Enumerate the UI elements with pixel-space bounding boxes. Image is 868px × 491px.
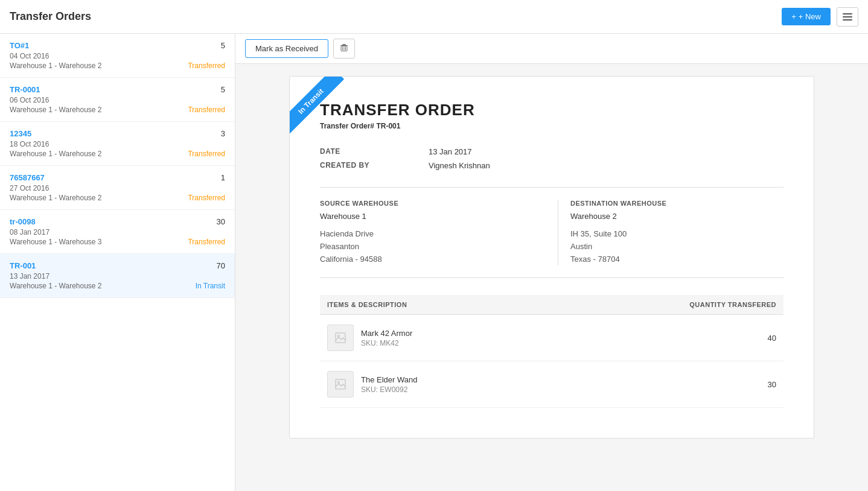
list-item-count: 3	[221, 129, 225, 138]
list-item-count: 70	[217, 261, 225, 270]
destination-address-line3: Texas - 78704	[570, 253, 783, 266]
source-address-line3: California - 94588	[320, 253, 534, 266]
list-item-count: 1	[221, 173, 225, 182]
source-address-line2: Pleasanton	[320, 241, 534, 253]
list-item-id: TR-001	[10, 261, 36, 270]
mark-as-received-button[interactable]: Mark as Received	[245, 39, 328, 58]
warehouse-section: SOURCE WAREHOUSE Warehouse 1 Hacienda Dr…	[320, 187, 783, 278]
document-subtitle: Transfer Order# TR-001	[320, 122, 783, 130]
destination-address-line2: Austin	[570, 241, 783, 253]
list-item-status: In Transit	[196, 282, 225, 290]
list-item-date: 08 Jan 2017	[10, 228, 225, 236]
list-item[interactable]: TR-0001 5 06 Oct 2016 Warehouse 1 - Ware…	[0, 78, 235, 122]
col-items-header: ITEMS & DESCRIPTION	[320, 295, 555, 315]
list-item-status: Transferred	[188, 238, 225, 246]
sidebar: TO#1 5 04 Oct 2016 Warehouse 1 - Warehou…	[0, 34, 235, 491]
svg-rect-8	[336, 379, 345, 389]
list-item-date: 04 Oct 2016	[10, 52, 225, 60]
list-item-status: Transferred	[188, 194, 225, 202]
list-item[interactable]: 12345 3 18 Oct 2016 Warehouse 1 - Wareho…	[0, 122, 235, 166]
item-thumbnail	[327, 371, 354, 398]
item-thumbnail	[327, 325, 354, 351]
page-title: Transfer Orders	[10, 10, 91, 23]
hamburger-button[interactable]	[837, 7, 858, 27]
list-item-id: 12345	[10, 129, 31, 138]
list-item-count: 30	[217, 217, 225, 226]
list-item-route: Warehouse 1 - Warehouse 2	[10, 62, 102, 70]
source-warehouse-name: Warehouse 1	[320, 212, 534, 221]
list-item-route: Warehouse 1 - Warehouse 2	[10, 106, 102, 114]
image-placeholder-icon	[334, 378, 346, 390]
destination-warehouse-address: IH 35, Suite 100 Austin Texas - 78704	[570, 228, 783, 265]
col-qty-header: QUANTITY TRANSFERED	[555, 295, 783, 315]
destination-warehouse-block: DESTINATION WAREHOUSE Warehouse 2 IH 35,…	[558, 200, 783, 265]
item-name: Mark 42 Armor	[361, 329, 412, 338]
list-item-route: Warehouse 1 - Warehouse 2	[10, 194, 102, 202]
list-item-route: Warehouse 1 - Warehouse 3	[10, 238, 102, 246]
list-item-id: TR-0001	[10, 85, 40, 94]
ribbon-wrapper: In Transit	[290, 77, 362, 149]
document-wrapper: In Transit TRANSFER ORDER Transfer Order…	[235, 64, 868, 491]
source-warehouse-heading: SOURCE WAREHOUSE	[320, 200, 534, 207]
svg-rect-6	[336, 333, 345, 343]
plus-icon: +	[791, 12, 796, 21]
list-item-status: Transferred	[188, 106, 225, 114]
destination-warehouse-heading: DESTINATION WAREHOUSE	[570, 200, 783, 207]
list-item-status: Transferred	[188, 62, 225, 70]
image-placeholder-icon	[334, 332, 346, 344]
delete-button[interactable]	[333, 39, 355, 59]
list-item-date: 18 Oct 2016	[10, 140, 225, 148]
main-layout: TO#1 5 04 Oct 2016 Warehouse 1 - Warehou…	[0, 34, 868, 491]
hamburger-line-2	[843, 16, 852, 17]
source-warehouse-block: SOURCE WAREHOUSE Warehouse 1 Hacienda Dr…	[320, 200, 546, 265]
items-table: ITEMS & DESCRIPTION QUANTITY TRANSFERED	[320, 295, 783, 408]
list-item-count: 5	[221, 85, 225, 94]
svg-rect-1	[342, 44, 346, 45]
destination-address-line1: IH 35, Suite 100	[570, 228, 783, 241]
document-title: TRANSFER ORDER	[320, 101, 783, 119]
list-item-date: 27 Oct 2016	[10, 184, 225, 192]
in-transit-ribbon: In Transit	[290, 77, 344, 135]
list-item[interactable]: tr-0098 30 08 Jan 2017 Warehouse 1 - War…	[0, 210, 235, 254]
list-item[interactable]: TR-001 70 13 Jan 2017 Warehouse 1 - Ware…	[0, 254, 235, 298]
list-item-status: Transferred	[188, 150, 225, 158]
subtitle-id: TR-001	[376, 122, 400, 130]
item-quantity: 40	[768, 334, 776, 343]
date-value: 13 Jan 2017	[429, 147, 783, 156]
source-address-line1: Hacienda Drive	[320, 228, 534, 241]
created-by-value: Vignesh Krishnan	[429, 161, 783, 170]
list-item[interactable]: 76587667 1 27 Oct 2016 Warehouse 1 - War…	[0, 166, 235, 210]
table-row: Mark 42 Armor SKU: MK42 40	[320, 315, 783, 361]
document-meta: DATE 13 Jan 2017 CREATED BY Vignesh Kris…	[320, 147, 783, 170]
document-card: In Transit TRANSFER ORDER Transfer Order…	[289, 76, 814, 439]
table-row: The Elder Wand SKU: EW0092 30	[320, 361, 783, 408]
source-warehouse-address: Hacienda Drive Pleasanton California - 9…	[320, 228, 534, 265]
item-sku: SKU: MK42	[361, 339, 412, 347]
hamburger-line-3	[843, 19, 852, 21]
svg-rect-0	[340, 45, 348, 46]
list-item-route: Warehouse 1 - Warehouse 2	[10, 150, 102, 158]
new-button[interactable]: + + New	[782, 8, 831, 25]
list-item-date: 06 Oct 2016	[10, 96, 225, 104]
item-quantity: 30	[768, 380, 776, 389]
new-button-label: + New	[799, 12, 821, 21]
destination-warehouse-name: Warehouse 2	[570, 212, 783, 221]
top-bar: Transfer Orders + + New	[0, 0, 868, 34]
item-name: The Elder Wand	[361, 375, 417, 384]
list-item-id: tr-0098	[10, 217, 36, 226]
trash-icon	[340, 43, 348, 52]
list-item-id: 76587667	[10, 173, 45, 182]
hamburger-line-1	[843, 13, 852, 14]
action-toolbar: Mark as Received	[235, 34, 868, 64]
list-item-count: 5	[221, 41, 225, 50]
list-item-route: Warehouse 1 - Warehouse 2	[10, 282, 102, 290]
list-item-date: 13 Jan 2017	[10, 272, 225, 280]
list-item-id: TO#1	[10, 41, 29, 50]
list-item[interactable]: TO#1 5 04 Oct 2016 Warehouse 1 - Warehou…	[0, 34, 235, 78]
item-sku: SKU: EW0092	[361, 385, 417, 394]
created-by-label: CREATED BY	[320, 161, 429, 170]
